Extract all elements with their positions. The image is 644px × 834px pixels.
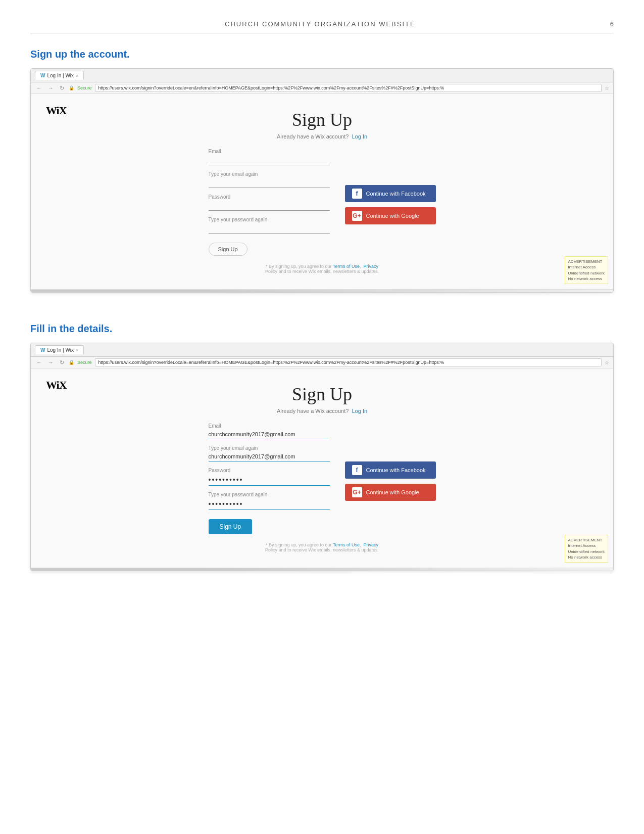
- email-value-2: churchcommunity2017@gmail.com: [209, 430, 330, 439]
- wix-form-left-1: Email Type your email again Password Typ…: [209, 149, 330, 256]
- signup-button-1[interactable]: Sign Up: [209, 243, 247, 256]
- browser-1-nav: ← → ↻ 🔒 Secure ☆: [31, 82, 613, 94]
- wix-login-link-1[interactable]: Log In: [352, 133, 368, 140]
- browser-2-star[interactable]: ☆: [605, 360, 609, 365]
- browser-2-back[interactable]: ←: [35, 359, 43, 365]
- wix-subtitle-2: Already have a Wix account? Log In: [41, 408, 603, 414]
- browser-2-tab-label: Log In | Wix: [47, 347, 74, 353]
- email-field-1: Email: [209, 149, 330, 165]
- browser-2-refresh[interactable]: ↻: [58, 359, 66, 366]
- browser-2-tab-close[interactable]: ×: [76, 348, 78, 353]
- wix-favicon-2: W: [40, 347, 45, 353]
- google-label-2: Continue with Google: [366, 489, 419, 495]
- email-again-field-2: Type your email again churchcommunity201…: [209, 445, 330, 461]
- password-again-label-2: Type your password again: [209, 492, 330, 497]
- wix-footer-2: * By signing up, you agree to our Terms …: [41, 542, 603, 558]
- wix-form-area-2: Email churchcommunity2017@gmail.com Type…: [145, 423, 499, 534]
- wix-form-area-1: Email Type your email again Password Typ…: [145, 149, 499, 256]
- email-input-1[interactable]: [209, 156, 330, 165]
- wix-form-right-1: f Continue with Facebook G+ Continue wit…: [345, 149, 436, 256]
- page-number: 6: [610, 20, 614, 28]
- password-label-2: Password: [209, 468, 330, 473]
- browser-1-tab[interactable]: W Log In | Wix ×: [35, 71, 84, 80]
- password-label-1: Password: [209, 194, 330, 200]
- browser-1-address[interactable]: [95, 84, 602, 92]
- browser-1-toolbar: W Log In | Wix ×: [31, 69, 613, 82]
- browser-1-refresh[interactable]: ↻: [58, 85, 66, 91]
- page-header-title: CHURCH COMMUNITY ORGANIZATION WEBSITE: [30, 20, 610, 28]
- browser-2-address[interactable]: [95, 358, 602, 366]
- browser-1-back[interactable]: ←: [35, 85, 43, 91]
- privacy-link-1[interactable]: Privacy: [363, 264, 378, 269]
- wix-form-right-2: f Continue with Facebook G+ Continue wit…: [345, 423, 436, 534]
- wix-favicon: W: [40, 73, 45, 78]
- section-1-title: Sign up the account.: [30, 49, 614, 60]
- secure-icon-2: 🔒: [69, 360, 74, 365]
- browser-2-tab[interactable]: W Log In | Wix ×: [35, 345, 84, 354]
- network-line2-1: Internet Access: [568, 264, 605, 270]
- password-again-field-2: Type your password again ••••••••••: [209, 492, 330, 510]
- secure-label-2: Secure: [77, 360, 92, 365]
- browser-2-forward[interactable]: →: [46, 359, 55, 365]
- google-icon-1: G+: [352, 211, 362, 221]
- wix-form-left-2: Email churchcommunity2017@gmail.com Type…: [209, 423, 330, 534]
- browser-2-nav: ← → ↻ 🔒 Secure ☆: [31, 357, 613, 368]
- page-header: CHURCH COMMUNITY ORGANIZATION WEBSITE 6: [30, 20, 614, 33]
- wix-subtitle-text-1: Already have a Wix account?: [277, 133, 349, 140]
- secure-icon-1: 🔒: [69, 85, 74, 90]
- password-again-input-1[interactable]: [209, 224, 330, 234]
- signup-button-2[interactable]: Sign Up: [209, 519, 253, 534]
- scroll-indicator-2: [31, 568, 613, 571]
- network-line3-1: Unidentified network: [568, 270, 605, 276]
- browser-2: W Log In | Wix × ← → ↻ 🔒 Secure ☆ WiX Si…: [30, 343, 614, 571]
- section-1: Sign up the account. W Log In | Wix × ← …: [30, 49, 614, 293]
- browser-1-tab-label: Log In | Wix: [47, 73, 74, 78]
- facebook-button-1[interactable]: f Continue with Facebook: [345, 185, 436, 202]
- email-again-value-2: churchcommunity2017@gmail.com: [209, 452, 330, 461]
- browser-1-star[interactable]: ☆: [605, 85, 609, 91]
- email-label-2: Email: [209, 423, 330, 429]
- wix-logo-text-2: WiX: [46, 379, 67, 391]
- password-again-field-1: Type your password again: [209, 217, 330, 234]
- terms-link-1[interactable]: Terms of Use: [333, 264, 360, 269]
- network-line1-1: ADVERTISEMENT: [568, 259, 605, 264]
- network-line2-2: Internet Access: [568, 543, 605, 548]
- facebook-button-2[interactable]: f Continue with Facebook: [345, 461, 436, 479]
- email-again-field-1: Type your email again: [209, 171, 330, 188]
- password-field-1: Password: [209, 194, 330, 211]
- password-again-label-1: Type your password again: [209, 217, 330, 222]
- google-button-1[interactable]: G+ Continue with Google: [345, 207, 436, 224]
- facebook-label-1: Continue with Facebook: [366, 191, 426, 197]
- network-line4-2: No network access: [568, 554, 605, 560]
- network-line4-1: No network access: [568, 276, 605, 282]
- section-2: Fill in the details. W Log In | Wix × ← …: [30, 323, 614, 571]
- password-input-1[interactable]: [209, 201, 330, 211]
- wix-footer-1: * By signing up, you agree to our Terms …: [41, 264, 603, 279]
- email-field-2: Email churchcommunity2017@gmail.com: [209, 423, 330, 439]
- terms-link-2[interactable]: Terms of Use: [333, 542, 360, 547]
- browser-1: W Log In | Wix × ← → ↻ 🔒 Secure ☆ WiX Si…: [30, 68, 614, 293]
- facebook-icon-1: f: [352, 189, 362, 199]
- password-field-2: Password ••••••••••: [209, 468, 330, 486]
- browser-2-toolbar: W Log In | Wix ×: [31, 343, 613, 357]
- wix-logo-text-1: WiX: [46, 104, 67, 117]
- scroll-indicator-1: [31, 289, 613, 292]
- browser-1-forward[interactable]: →: [46, 85, 55, 91]
- google-button-2[interactable]: G+ Continue with Google: [345, 484, 436, 501]
- email-label-1: Email: [209, 149, 330, 154]
- wix-logo-1: WiX: [46, 104, 67, 117]
- wix-page-2: WiX Sign Up Already have a Wix account? …: [31, 368, 613, 568]
- wix-subtitle-1: Already have a Wix account? Log In: [41, 133, 603, 140]
- email-again-input-1[interactable]: [209, 178, 330, 188]
- browser-1-tab-close[interactable]: ×: [76, 73, 78, 78]
- network-notice-1: ADVERTISEMENT Internet Access Unidentifi…: [565, 256, 608, 284]
- section-2-title: Fill in the details.: [30, 323, 614, 335]
- wix-title-1: Sign Up: [41, 109, 603, 130]
- secure-label-1: Secure: [77, 85, 92, 90]
- wix-login-link-2[interactable]: Log In: [352, 408, 368, 414]
- password-value-2: ••••••••••: [209, 474, 330, 486]
- facebook-label-2: Continue with Facebook: [366, 467, 426, 473]
- wix-logo-2: WiX: [46, 379, 67, 392]
- privacy-link-2[interactable]: Privacy: [363, 542, 378, 547]
- google-label-1: Continue with Google: [366, 213, 419, 219]
